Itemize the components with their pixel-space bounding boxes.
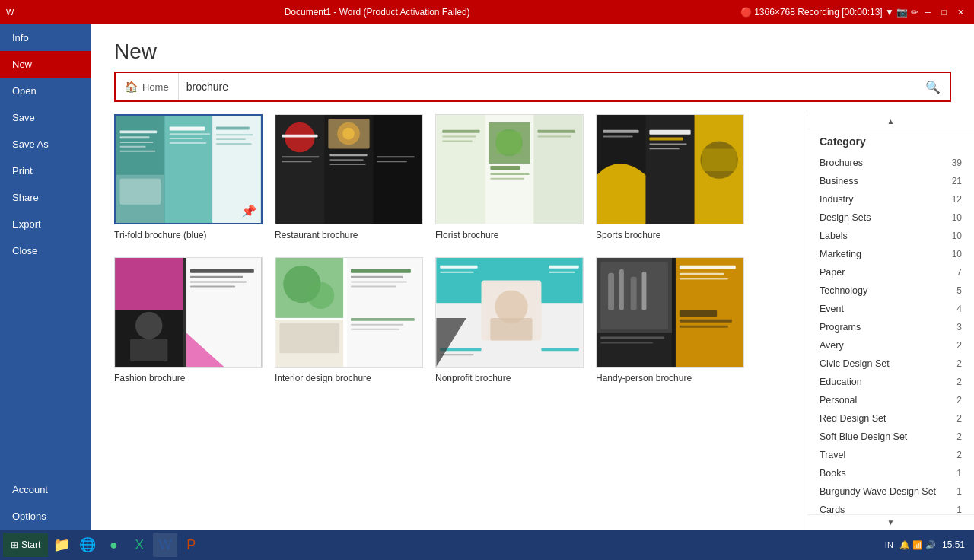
taskbar-icon-folder[interactable]: 📁 [49, 533, 74, 557]
main-content: New 🏠 Home 🔍 [91, 24, 974, 530]
svg-point-64 [135, 312, 163, 339]
category-item-label: Industry [820, 194, 853, 205]
svg-rect-102 [608, 273, 614, 310]
sidebar-item-share[interactable]: Share [0, 184, 91, 211]
app-body: Info New Open Save Save As Print Share E… [0, 24, 974, 530]
category-item[interactable]: Red Design Set2 [807, 409, 974, 428]
svg-rect-84 [351, 324, 403, 326]
category-item[interactable]: Technology5 [807, 282, 974, 300]
template-nonprofit-label: Nonprofit brochure [435, 371, 584, 385]
category-item[interactable]: Travel2 [807, 446, 974, 464]
template-restaurant-label: Restaurant brochure [275, 228, 423, 242]
svg-rect-83 [351, 318, 415, 321]
svg-rect-18 [120, 179, 161, 205]
svg-rect-104 [631, 277, 637, 310]
sidebar-item-close[interactable]: Close [0, 237, 91, 264]
template-trifold[interactable]: 📌 Tri-fold brochure (blue) [114, 114, 263, 242]
category-item[interactable]: Civic Design Set2 [807, 355, 974, 373]
category-item-label: Red Design Set [820, 413, 886, 424]
taskbar-icon-browser[interactable]: 🌐 [75, 533, 100, 557]
svg-rect-15 [216, 138, 246, 140]
close-button[interactable]: ✕ [953, 6, 968, 19]
category-item[interactable]: Industry12 [807, 190, 974, 208]
category-item[interactable]: Books1 [807, 464, 974, 482]
sidebar-item-open[interactable]: Open [0, 78, 91, 104]
svg-rect-56 [649, 138, 683, 141]
home-label: Home [142, 81, 169, 93]
title-bar: W Document1 - Word (Product Activation F… [0, 0, 974, 24]
sidebar-item-save[interactable]: Save [0, 104, 91, 131]
category-item[interactable]: Avery2 [807, 336, 974, 355]
category-item[interactable]: Paper7 [807, 263, 974, 282]
restaurant-thumbnail [275, 115, 422, 224]
category-item[interactable]: Personal2 [807, 391, 974, 409]
home-button[interactable]: 🏠 Home [116, 73, 179, 100]
start-label: Start [21, 539, 40, 550]
interior-thumbnail [275, 258, 422, 367]
category-item-count: 2 [956, 431, 962, 442]
category-item-label: Programs [820, 322, 861, 332]
category-item[interactable]: Business21 [807, 172, 974, 190]
minimize-button[interactable]: ─ [921, 6, 935, 18]
template-florist[interactable]: Florist brochure [435, 114, 584, 242]
template-handyperson[interactable]: Handy-person brochure [596, 257, 744, 385]
category-item-count: 7 [956, 267, 962, 278]
category-scroll-down[interactable]: ▼ [807, 514, 974, 530]
template-sports[interactable]: Sports brochure [596, 114, 744, 242]
svg-rect-41 [496, 132, 522, 154]
category-item[interactable]: Education2 [807, 373, 974, 391]
category-item[interactable]: Event4 [807, 300, 974, 318]
category-item-label: Event [820, 304, 844, 314]
svg-point-75 [307, 282, 335, 310]
svg-rect-12 [170, 142, 207, 144]
svg-rect-112 [680, 326, 728, 328]
taskbar-icon-word[interactable]: W [153, 533, 177, 557]
category-item-label: Education [820, 377, 862, 387]
search-input[interactable] [179, 81, 916, 93]
taskbar-icon-excel[interactable]: X [127, 533, 151, 557]
svg-rect-110 [680, 310, 717, 317]
category-item[interactable]: Labels10 [807, 227, 974, 245]
category-item[interactable]: Soft Blue Design Set2 [807, 428, 974, 446]
sidebar-item-account[interactable]: Account [0, 476, 91, 503]
taskbar-icon-publisher[interactable]: P [179, 533, 203, 557]
category-item[interactable]: Burgundy Wave Design Set1 [807, 482, 974, 501]
florist-thumbnail [436, 115, 583, 224]
category-item[interactable]: Marketing10 [807, 245, 974, 263]
svg-rect-28 [329, 154, 367, 156]
svg-rect-45 [442, 130, 479, 133]
taskbar-icon-chrome[interactable]: ● [101, 533, 126, 557]
svg-rect-77 [279, 323, 339, 353]
svg-rect-78 [347, 258, 422, 367]
svg-rect-107 [680, 266, 736, 269]
category-item[interactable]: Design Sets10 [807, 208, 974, 227]
sidebar-item-export[interactable]: Export [0, 211, 91, 237]
search-button[interactable]: 🔍 [916, 80, 950, 94]
category-item[interactable]: Programs3 [807, 318, 974, 336]
category-item[interactable]: Brochures39 [807, 154, 974, 172]
category-item-count: 2 [956, 358, 962, 369]
category-scroll-up[interactable]: ▲ [807, 114, 974, 129]
sidebar-item-options[interactable]: Options [0, 503, 91, 530]
template-interior[interactable]: Interior design brochure [275, 257, 423, 385]
svg-rect-60 [603, 136, 632, 138]
template-fashion[interactable]: Fashion brochure [114, 257, 263, 385]
start-icon: ⊞ [11, 539, 18, 550]
svg-point-23 [285, 123, 314, 152]
sidebar-item-info[interactable]: Info [0, 24, 91, 51]
restore-button[interactable]: □ [937, 6, 950, 18]
template-nonprofit[interactable]: Nonprofit brochure [435, 257, 584, 385]
title-bar-controls: 🔴 1366×768 Recording [00:00:13] ▼ 📷 ✏ ─ … [740, 6, 968, 19]
sidebar-item-print[interactable]: Print [0, 158, 91, 184]
svg-rect-24 [282, 135, 317, 138]
svg-rect-108 [680, 273, 724, 275]
sidebar-item-save-as[interactable]: Save As [0, 131, 91, 158]
template-handyperson-label: Handy-person brochure [596, 371, 744, 385]
sidebar-item-new[interactable]: New [0, 51, 91, 78]
start-button[interactable]: ⊞ Start [3, 533, 48, 557]
template-restaurant[interactable]: Restaurant brochure [275, 114, 423, 242]
category-item-label: Travel [820, 450, 845, 460]
category-item-count: 12 [952, 194, 962, 205]
svg-rect-114 [600, 337, 664, 339]
template-florist-label: Florist brochure [435, 228, 584, 242]
